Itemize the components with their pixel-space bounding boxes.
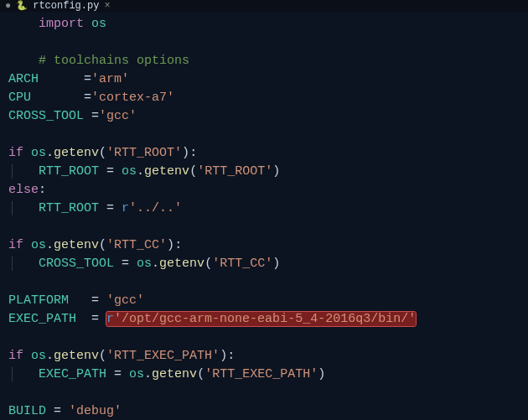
- keyword-if: if: [8, 238, 23, 252]
- indent-guide: │: [8, 201, 39, 215]
- code-line: │ RTT_ROOT = os.getenv('RTT_ROOT'): [8, 163, 520, 181]
- string: 'gcc': [106, 293, 144, 308]
- code-line-blank: [8, 34, 520, 52]
- tab-bar: ● 🐍 rtconfig.py ×: [0, 0, 528, 12]
- keyword-if: if: [8, 349, 23, 363]
- string: 'RTT_ROOT': [106, 146, 182, 160]
- string: '../..': [129, 201, 182, 215]
- code-line: PLATFORM = 'gcc': [8, 292, 520, 310]
- var-platform: PLATFORM: [8, 293, 69, 308]
- code-line: else:: [8, 181, 520, 200]
- var-execpath: EXEC_PATH: [39, 367, 106, 381]
- var-rttroot: RTT_ROOT: [39, 164, 99, 179]
- code-line: EXEC_PATH = r'/opt/gcc-arm-none-eabi-5_4…: [8, 310, 520, 329]
- keyword-if: if: [8, 146, 23, 160]
- code-line: if os.getenv('RTT_CC'):: [8, 236, 520, 255]
- string: '/opt/gcc-arm-none-eabi-5_4-2016q3/bin/': [114, 312, 416, 326]
- highlighted-text: r'/opt/gcc-arm-none-eabi-5_4-2016q3/bin/…: [106, 312, 416, 326]
- module-os: os: [91, 17, 106, 31]
- code-line-blank: [8, 273, 520, 292]
- indent-guide: │: [8, 164, 39, 179]
- code-line-blank: [8, 218, 520, 236]
- var-cpu: CPU: [8, 91, 31, 105]
- indent-guide: │: [8, 367, 39, 381]
- code-line: CROSS_TOOL ='gcc': [8, 107, 520, 126]
- code-line: import os: [8, 15, 520, 34]
- code-line: │ RTT_ROOT = r'../..': [8, 200, 520, 218]
- var-crosstool: CROSS_TOOL: [39, 257, 114, 271]
- code-line: # toolchains options: [8, 52, 520, 70]
- string: 'debug': [69, 404, 122, 418]
- var-rttroot: RTT_ROOT: [39, 201, 99, 215]
- code-line-blank: [8, 384, 520, 402]
- var-arch: ARCH: [8, 72, 39, 86]
- code-editor[interactable]: import os # toolchains options ARCH ='ar…: [0, 12, 528, 420]
- code-line: │ EXEC_PATH = os.getenv('RTT_EXEC_PATH'): [8, 366, 520, 384]
- keyword-import: import: [39, 17, 84, 31]
- fn-getenv: getenv: [54, 146, 99, 160]
- code-line: │ CROSS_TOOL = os.getenv('RTT_CC'): [8, 255, 520, 273]
- python-icon: 🐍: [16, 0, 28, 15]
- string: 'RTT_EXEC_PATH': [204, 367, 318, 381]
- var-crosstool: CROSS_TOOL: [8, 109, 84, 123]
- raw-prefix: r: [106, 312, 114, 326]
- tab-dot: ●: [5, 0, 11, 15]
- code-line: ARCH ='arm': [8, 70, 520, 89]
- string: 'arm': [91, 72, 129, 86]
- code-line: if os.getenv('RTT_ROOT'):: [8, 144, 520, 163]
- comment: # toolchains options: [39, 54, 189, 68]
- tab-filename[interactable]: rtconfig.py: [33, 0, 99, 15]
- keyword-else: else: [8, 183, 39, 197]
- string: 'RTT_EXEC_PATH': [106, 349, 220, 363]
- indent-guide: │: [8, 257, 39, 271]
- code-line: CPU ='cortex-a7': [8, 89, 520, 107]
- string: 'gcc': [99, 109, 137, 123]
- code-line-blank: [8, 126, 520, 144]
- string: 'RTT_CC': [212, 257, 272, 271]
- raw-prefix: r: [122, 201, 129, 215]
- string: 'RTT_ROOT': [197, 164, 272, 179]
- var-build: BUILD: [8, 404, 46, 418]
- var-execpath: EXEC_PATH: [8, 312, 76, 326]
- code-line: BUILD = 'debug': [8, 402, 520, 420]
- string: 'cortex-a7': [91, 91, 174, 105]
- close-icon[interactable]: ×: [104, 0, 110, 15]
- code-line-blank: [8, 329, 520, 347]
- code-line: if os.getenv('RTT_EXEC_PATH'):: [8, 347, 520, 366]
- string: 'RTT_CC': [106, 238, 167, 252]
